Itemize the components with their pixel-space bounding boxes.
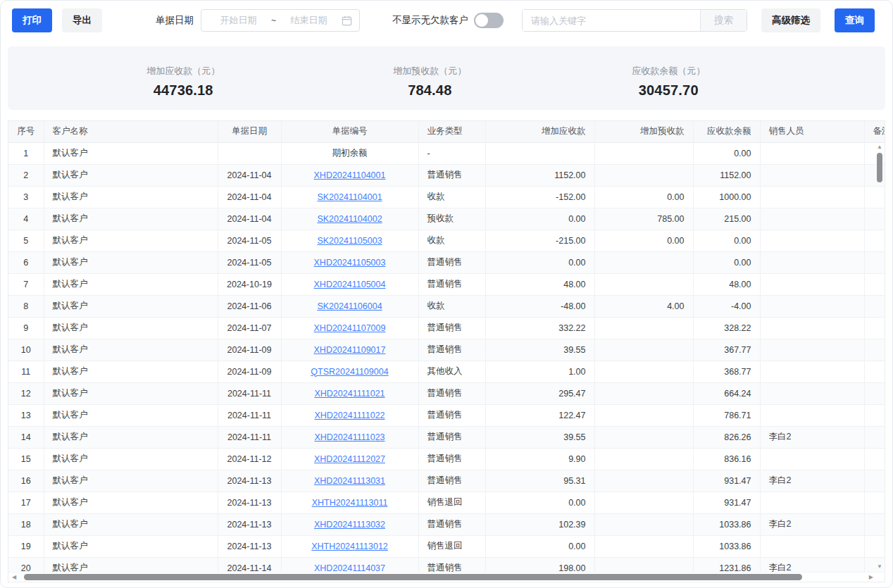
print-button[interactable]: 打印 (12, 8, 52, 32)
vertical-scrollbar-thumb[interactable] (877, 153, 882, 182)
table-row[interactable]: 1 默认客户 期初余额 - 0.00 (8, 142, 885, 164)
doc-number-link[interactable]: XHD20241113031 (314, 476, 385, 486)
cell-added-advance (594, 426, 693, 448)
hide-no-debt-toggle[interactable] (474, 13, 504, 28)
table-row[interactable]: 10 默认客户 2024-11-09 XHD20241109017 普通销售 3… (8, 339, 885, 361)
table-row[interactable]: 16 默认客户 2024-11-13 XHD20241113031 普通销售 9… (8, 470, 885, 492)
cell-added-advance (594, 251, 693, 273)
cell-salesperson: 李白2 (760, 426, 864, 448)
cell-added-receivable: 48.00 (485, 273, 594, 295)
cell-doc-number: XHD20241112027 (281, 448, 418, 470)
cell-customer: 默认客户 (44, 208, 218, 230)
table-row[interactable]: 12 默认客户 2024-11-11 XHD20241111021 普通销售 2… (8, 382, 885, 404)
cell-salesperson (760, 142, 864, 164)
cell-biz-type: 普通销售 (418, 557, 485, 573)
date-range-picker[interactable]: 开始日期 ~ 结束日期 (201, 9, 360, 32)
vertical-scrollbar[interactable]: ▲ ▼ (876, 143, 883, 571)
doc-number-link[interactable]: XHD20241111022 (314, 411, 385, 420)
table-row[interactable]: 18 默认客户 2024-11-13 XHD20241113032 普通销售 1… (8, 513, 885, 535)
cell-doc-date: 2024-11-13 (218, 470, 281, 492)
cell-row-number: 10 (8, 339, 44, 361)
cell-doc-number: SK20241106004 (281, 295, 418, 317)
horizontal-scrollbar[interactable]: ◀ ▶ (8, 572, 885, 582)
cell-salesperson: 李白2 (760, 557, 864, 573)
table-row[interactable]: 11 默认客户 2024-11-09 QTSR20241109004 其他收入 … (8, 361, 885, 382)
cell-salesperson (760, 295, 864, 317)
end-date-input[interactable]: 结束日期 (279, 14, 339, 27)
doc-number-link[interactable]: XHD20241105004 (314, 280, 386, 289)
cell-added-receivable: 0.00 (485, 535, 594, 557)
table-row[interactable]: 8 默认客户 2024-11-06 SK20241106004 收款 -48.0… (8, 295, 885, 317)
cell-balance: 826.26 (693, 426, 760, 448)
cell-balance: 215.00 (693, 208, 760, 230)
cell-salesperson: 李白2 (760, 470, 864, 492)
cell-doc-date: 2024-11-09 (218, 339, 281, 361)
doc-number-link[interactable]: XHTH20241113012 (311, 542, 388, 551)
table-row[interactable]: 9 默认客户 2024-11-07 XHD20241107009 普通销售 33… (8, 317, 885, 339)
horizontal-scrollbar-thumb[interactable] (24, 574, 802, 580)
table-row[interactable]: 13 默认客户 2024-11-11 XHD20241111022 普通销售 1… (8, 404, 885, 426)
table-row[interactable]: 14 默认客户 2024-11-11 XHD20241111023 普通销售 3… (8, 426, 885, 448)
doc-number-link[interactable]: XHD20241112027 (314, 454, 385, 464)
cell-balance: 328.22 (693, 317, 760, 339)
cell-customer: 默认客户 (44, 164, 218, 186)
doc-number-link[interactable]: XHD20241107009 (314, 323, 386, 333)
search-input[interactable] (523, 10, 700, 31)
start-date-input[interactable]: 开始日期 (208, 14, 268, 27)
cell-salesperson (760, 535, 864, 557)
column-header: 增加应收款 (485, 121, 594, 142)
doc-number-link[interactable]: XHTH20241113011 (312, 498, 388, 508)
search-button[interactable]: 搜索 (700, 10, 747, 31)
doc-number-link[interactable]: XHD20241113032 (314, 520, 385, 530)
cell-added-receivable: 1152.00 (485, 164, 594, 186)
scroll-up-icon[interactable]: ▲ (877, 144, 882, 150)
doc-number-link[interactable]: XHD20241111023 (314, 432, 385, 442)
doc-number-link[interactable]: XHD20241109017 (314, 345, 386, 355)
cell-added-receivable: -152.00 (485, 186, 594, 208)
cell-balance: 1231.86 (693, 557, 760, 573)
cell-added-receivable: 295.47 (485, 382, 594, 404)
table-row[interactable]: 15 默认客户 2024-11-12 XHD20241112027 普通销售 9… (8, 448, 885, 470)
cell-row-number: 6 (8, 251, 44, 273)
table-row[interactable]: 19 默认客户 2024-11-13 XHTH20241113012 销售退回 … (8, 535, 885, 557)
table-row[interactable]: 20 默认客户 2024-11-14 XHD20241114037 普通销售 1… (8, 557, 885, 573)
table-row[interactable]: 17 默认客户 2024-11-13 XHTH20241113011 销售退回 … (8, 492, 885, 513)
doc-number-link[interactable]: SK20241106004 (317, 301, 382, 311)
advanced-filter-button[interactable]: 高级筛选 (761, 8, 820, 32)
doc-number-link[interactable]: XHD20241111021 (314, 389, 385, 399)
toolbar: 打印 导出 单据日期 开始日期 ~ 结束日期 不显示无欠款客户 搜索 高级筛选 … (1, 1, 892, 40)
date-range-label: 单据日期 (156, 14, 194, 27)
doc-number-link[interactable]: XHD20241105003 (314, 258, 386, 268)
table-row[interactable]: 2 默认客户 2024-11-04 XHD20241104001 普通销售 11… (8, 164, 885, 186)
cell-added-receivable: 0.00 (485, 208, 594, 230)
doc-number-link[interactable]: SK20241104001 (317, 192, 382, 202)
table-row[interactable]: 3 默认客户 2024-11-04 SK20241104001 收款 -152.… (8, 186, 885, 208)
cell-added-advance: 4.00 (594, 295, 693, 317)
scroll-right-icon[interactable]: ▶ (869, 575, 873, 580)
cell-row-number: 11 (8, 361, 44, 382)
cell-row-number: 5 (8, 230, 44, 251)
doc-number-link[interactable]: SK20241105003 (317, 236, 382, 246)
cell-doc-number: 期初余额 (281, 142, 418, 164)
cell-added-advance (594, 492, 693, 513)
cell-added-receivable: 198.00 (485, 557, 594, 573)
cell-doc-date: 2024-11-06 (218, 295, 281, 317)
cell-row-number: 7 (8, 273, 44, 295)
cell-doc-date: 2024-11-09 (218, 361, 281, 382)
export-button[interactable]: 导出 (62, 8, 102, 32)
table-row[interactable]: 7 默认客户 2024-10-19 XHD20241105004 普通销售 48… (8, 273, 885, 295)
cell-balance: 1000.00 (693, 186, 760, 208)
cell-doc-number: XHD20241113031 (281, 470, 418, 492)
scroll-left-icon[interactable]: ◀ (12, 575, 16, 580)
query-button[interactable]: 查询 (835, 8, 875, 32)
doc-number-link[interactable]: XHD20241104001 (314, 170, 386, 180)
doc-number-link[interactable]: SK20241104002 (317, 214, 382, 224)
scroll-down-icon[interactable]: ▼ (877, 564, 882, 570)
cell-salesperson (760, 208, 864, 230)
cell-row-number: 13 (8, 404, 44, 426)
column-header: 增加预收款 (594, 121, 693, 142)
doc-number-link[interactable]: QTSR20241109004 (311, 367, 388, 377)
table-row[interactable]: 5 默认客户 2024-11-05 SK20241105003 收款 -215.… (8, 230, 885, 251)
table-row[interactable]: 4 默认客户 2024-11-04 SK20241104002 预收款 0.00… (8, 208, 885, 230)
table-row[interactable]: 6 默认客户 2024-11-05 XHD20241105003 普通销售 0.… (8, 251, 885, 273)
